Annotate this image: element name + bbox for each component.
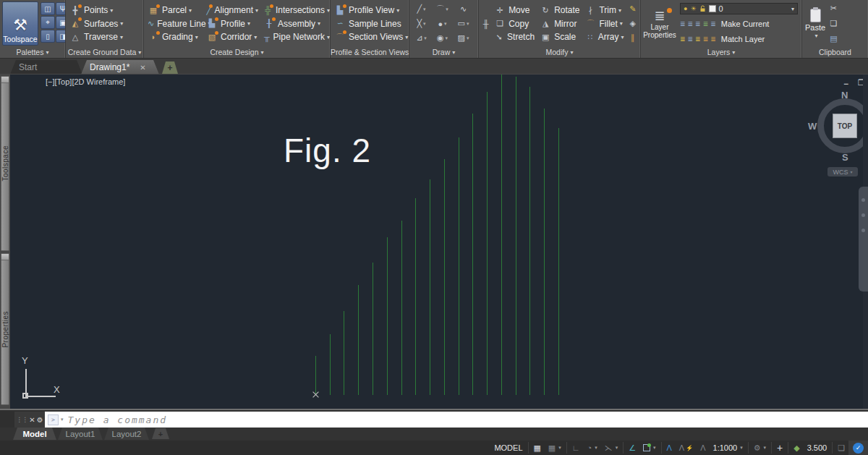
panel-label-layers[interactable]: Layers▾ — [641, 47, 801, 58]
traverse-button[interactable]: △ Traverse ▾ — [69, 30, 140, 43]
points-button[interactable]: ╋ Points ▾ — [69, 4, 140, 17]
customization-plus-button[interactable]: + — [773, 441, 786, 455]
layer-lock-icon[interactable]: ≣ — [703, 20, 709, 28]
tab-start[interactable]: Start — [10, 60, 82, 75]
viewcube[interactable]: TOP N S W E — [812, 93, 868, 161]
viewport-controls[interactable]: [−][Top][2D Wireframe] — [46, 77, 125, 86]
prospector-palette-icon[interactable]: ◫ — [41, 2, 55, 15]
sample-lines-button[interactable]: ∽ Sample Lines — [334, 17, 408, 30]
wcs-dropdown[interactable]: WCS ▾ — [827, 167, 858, 177]
profile-view-button[interactable]: ▙ Profile View ▾ — [334, 4, 408, 17]
toolspace-collapsed-palette[interactable]: Toolspace — [1, 76, 9, 251]
object-snap-tracking-toggle[interactable]: ∠ — [625, 441, 639, 455]
layer-properties-button[interactable]: ≣ Layer Properties — [643, 1, 676, 46]
ellipse-tool[interactable]: ◉▾ — [432, 31, 453, 45]
tab-model[interactable]: Model — [13, 428, 56, 440]
stretch-button[interactable]: ➘ Stretch — [494, 30, 535, 43]
paste-button[interactable]: Paste ▾ — [805, 2, 825, 45]
object-snap-toggle[interactable]: ▾ — [639, 441, 660, 455]
ortho-toggle[interactable]: ∟ — [569, 441, 584, 455]
section-views-button[interactable]: ⌒ Section Views ▾ — [334, 30, 408, 43]
copy-clip-icon[interactable]: ❏ — [830, 19, 837, 28]
intersections-button[interactable]: ╬ Intersections ▾ — [263, 4, 330, 17]
alignment-button[interactable]: ╱ Alignment ▾ — [206, 4, 258, 17]
polyline-tool[interactable]: ⊿▾ — [411, 31, 432, 45]
scale-button[interactable]: ▣ Scale — [540, 30, 579, 43]
profile-button[interactable]: ▙ Profile ▾ — [206, 17, 258, 30]
layer-isolate-icon[interactable]: ≣ — [680, 20, 686, 28]
polar-tracking-toggle[interactable]: ◔▾ — [584, 441, 601, 455]
feature-line-button[interactable]: ∿ Feature Line ▾ — [148, 17, 201, 30]
surfaces-button[interactable]: ◭ Surfaces ▾ — [69, 17, 140, 30]
explode-icon[interactable]: ◈ — [630, 19, 636, 28]
parcel-button[interactable]: ▦ Parcel ▾ — [148, 4, 201, 17]
construction-line-tool[interactable]: ╳▾ — [411, 17, 432, 30]
toolspace-button[interactable]: ⚒ Toolspace — [2, 1, 38, 46]
new-layout-button[interactable]: + — [152, 428, 169, 439]
move-button[interactable]: ✛ Move — [494, 4, 535, 17]
viewcube-north-label[interactable]: N — [841, 90, 848, 101]
fillet-button[interactable]: ⌒ Fillet ▾ — [584, 17, 624, 30]
toolbox-palette-icon[interactable]: ▣ — [56, 16, 65, 29]
panel-label-create-design[interactable]: Create Design▾ — [144, 47, 330, 58]
layer-match-icon[interactable]: ≣ — [688, 35, 694, 43]
hardware-acceleration-button[interactable]: ❏ — [834, 441, 848, 455]
layer-walk-icon[interactable]: ≣ — [680, 35, 686, 43]
match-properties-icon[interactable]: ╫ — [483, 20, 489, 28]
cut-icon[interactable]: ✂ — [830, 4, 837, 13]
corridor-button[interactable]: ▧ Corridor ▾ — [206, 30, 258, 43]
offset-icon[interactable]: ∥ — [631, 33, 635, 43]
workspace-switching-button[interactable]: ⚙▾ — [750, 441, 770, 455]
panel-label-modify[interactable]: Modify▾ — [479, 47, 640, 58]
viewport-minimize-icon[interactable]: − — [843, 79, 848, 89]
annotation-scale-icon[interactable]: Ʌ — [697, 441, 709, 455]
tab-drawing1[interactable]: Drawing1* ✕ — [81, 60, 159, 75]
inquiry-palette-icon[interactable]: ◨ — [56, 30, 65, 43]
trim-button[interactable]: ∤ Trim ▾ — [584, 4, 624, 17]
isometric-drafting-toggle[interactable]: ⋋▾ — [601, 441, 622, 455]
elevation-value[interactable]: 3.500 — [804, 441, 831, 455]
model-space-toggle[interactable]: MODEL — [490, 441, 526, 455]
array-button[interactable]: ∷ Array ▾ — [584, 30, 624, 43]
settings-palette-icon[interactable]: ⌖ — [41, 16, 55, 29]
viewcube-west-label[interactable]: W — [808, 121, 817, 132]
annotation-visibility-toggle[interactable]: Ʌ — [663, 441, 676, 455]
trusted-dwg-tile[interactable]: ✓ — [848, 441, 868, 455]
drag-grip-icon[interactable]: ⋮⋮ — [16, 416, 27, 423]
arc-tool[interactable]: ⌒▾ — [432, 2, 453, 16]
command-input[interactable]: ＞ ▾ Type a command — [45, 412, 868, 428]
panel-label-profile-section-views[interactable]: Profile & Section Views — [331, 47, 409, 58]
match-layer-button[interactable]: Match Layer — [721, 35, 765, 43]
properties-palette-icon[interactable]: ▯ — [41, 30, 55, 43]
hatch-tool[interactable]: ▨▾ — [453, 31, 474, 45]
command-line-handle[interactable]: ⋮⋮ ✕ ⚙ — [14, 412, 45, 428]
pipe-network-button[interactable]: ╥ Pipe Network ▾ — [263, 30, 330, 43]
rectangle-tool[interactable]: ▭▾ — [453, 17, 474, 30]
panel-label-create-ground-data[interactable]: Create Ground Data▾ — [66, 47, 143, 58]
navigation-bar[interactable] — [859, 187, 868, 292]
circle-tool[interactable]: ●▾ — [432, 17, 453, 30]
survey-palette-icon[interactable]: Ψ — [56, 2, 65, 15]
layer-delete-icon[interactable]: ≣ — [710, 35, 716, 43]
rotate-button[interactable]: ↻ Rotate — [540, 4, 579, 17]
layer-dropdown[interactable]: ● ☀ 0 ▾ — [680, 3, 798, 14]
isolate-objects-button[interactable]: ◆ — [790, 441, 803, 455]
viewcube-south-label[interactable]: S — [842, 152, 848, 163]
assembly-button[interactable]: ╂ Assembly ▾ — [263, 17, 330, 30]
mirror-button[interactable]: ◮ Mirror — [540, 17, 579, 30]
autoscale-toggle[interactable]: Ʌ⚡ — [676, 441, 697, 455]
annotation-scale-value[interactable]: 1:1000▾ — [710, 441, 746, 455]
snap-mode-toggle[interactable]: ▦▾ — [545, 441, 565, 455]
properties-collapsed-palette[interactable]: Properties — [1, 253, 9, 405]
viewcube-top-face[interactable]: TOP — [833, 114, 857, 138]
new-drawing-tab-button[interactable]: + — [162, 61, 178, 74]
copy-button[interactable]: ❏ Copy — [494, 17, 535, 30]
erase-icon[interactable]: ✎ — [629, 4, 636, 14]
command-close-icon[interactable]: ✕ — [29, 416, 35, 424]
make-current-button[interactable]: Make Current — [721, 20, 770, 28]
panel-label-clipboard[interactable]: Clipboard — [802, 47, 868, 58]
panel-label-palettes[interactable]: Palettes▾ — [0, 47, 65, 58]
grading-button[interactable]: ◗ Grading ▾ — [148, 30, 201, 43]
layer-freeze-icon[interactable]: ≣ — [688, 20, 694, 28]
layer-prev-icon[interactable]: ≣ — [695, 35, 701, 43]
